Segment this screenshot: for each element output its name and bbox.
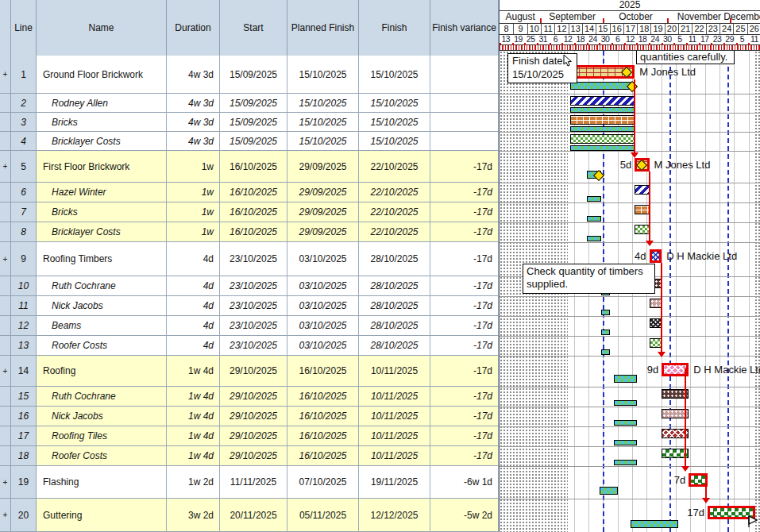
start-cell[interactable]: 15/09/2025 bbox=[220, 113, 287, 132]
gantt-bar-actual[interactable] bbox=[650, 299, 662, 308]
finish-cell[interactable]: 10/11/2025 bbox=[359, 446, 430, 466]
expand-toggle[interactable]: + bbox=[0, 499, 11, 532]
finish-cell[interactable]: 22/10/2025 bbox=[359, 183, 430, 202]
gantt-bar-actual[interactable] bbox=[570, 65, 635, 79]
start-cell[interactable]: 16/10/2025 bbox=[220, 222, 287, 242]
column-header-finish[interactable]: Finish bbox=[359, 0, 430, 56]
planned-finish-cell[interactable]: 29/09/2025 bbox=[287, 183, 359, 202]
finish-variance-cell[interactable]: -17d bbox=[430, 336, 499, 356]
column-header-start[interactable]: Start bbox=[220, 0, 287, 56]
start-cell[interactable]: 29/10/2025 bbox=[220, 426, 287, 446]
column-header-finish-variance[interactable]: Finish variance bbox=[430, 0, 499, 56]
start-cell[interactable]: 16/10/2025 bbox=[220, 202, 287, 222]
finish-variance-cell[interactable]: -17d bbox=[430, 202, 499, 222]
finish-cell[interactable]: 12/12/2025 bbox=[359, 499, 430, 532]
expand-toggle[interactable]: + bbox=[0, 56, 11, 94]
start-cell[interactable]: 23/10/2025 bbox=[220, 336, 287, 356]
duration-cell[interactable]: 1w 4d bbox=[167, 407, 220, 426]
planned-finish-cell[interactable]: 03/10/2025 bbox=[287, 336, 359, 356]
start-cell[interactable]: 23/10/2025 bbox=[220, 242, 287, 276]
gantt-bar-actual[interactable] bbox=[635, 205, 649, 214]
gantt-bar-baseline[interactable] bbox=[631, 520, 678, 528]
start-cell[interactable]: 29/10/2025 bbox=[220, 387, 287, 407]
gantt-bar-actual[interactable] bbox=[635, 185, 649, 195]
gantt-bar-baseline[interactable] bbox=[570, 107, 635, 113]
task-name-cell[interactable]: Ruth Cochrane bbox=[37, 276, 167, 296]
line-number[interactable]: 20 bbox=[11, 499, 37, 532]
duration-cell[interactable]: 4w 3d bbox=[167, 94, 220, 113]
line-number[interactable]: 3 bbox=[11, 113, 37, 132]
planned-finish-cell[interactable]: 15/10/2025 bbox=[287, 113, 359, 132]
finish-variance-cell[interactable]: -17d bbox=[430, 316, 499, 336]
finish-cell[interactable]: 10/11/2025 bbox=[359, 356, 430, 387]
task-name-cell[interactable]: Ground Floor Brickwork bbox=[37, 56, 167, 94]
finish-cell[interactable]: 22/10/2025 bbox=[359, 151, 430, 183]
gantt-bar-baseline[interactable] bbox=[601, 330, 609, 335]
task-name-cell[interactable]: Bricks bbox=[37, 202, 167, 222]
line-number[interactable]: 5 bbox=[11, 151, 37, 183]
start-cell[interactable]: 16/10/2025 bbox=[220, 151, 287, 183]
finish-cell[interactable]: 15/10/2025 bbox=[359, 113, 430, 132]
task-name-cell[interactable]: Bricklayer Costs bbox=[37, 132, 167, 151]
column-header-expand[interactable] bbox=[0, 0, 11, 56]
line-number[interactable]: 6 bbox=[11, 183, 37, 202]
finish-variance-cell[interactable]: -17d bbox=[430, 183, 499, 202]
expand-toggle[interactable] bbox=[0, 202, 11, 222]
finish-variance-cell[interactable] bbox=[430, 132, 499, 151]
finish-cell[interactable]: 28/10/2025 bbox=[359, 316, 430, 336]
gantt-bar-baseline[interactable] bbox=[614, 460, 637, 465]
task-name-cell[interactable]: Roofer Costs bbox=[37, 336, 167, 356]
line-number[interactable]: 18 bbox=[11, 446, 37, 466]
gantt-bar-actual[interactable] bbox=[635, 158, 649, 172]
finish-cell[interactable]: 15/10/2025 bbox=[359, 94, 430, 113]
finish-variance-cell[interactable]: -17d bbox=[430, 387, 499, 407]
task-name-cell[interactable]: Nick Jacobs bbox=[37, 407, 167, 426]
expand-toggle[interactable] bbox=[0, 446, 11, 466]
duration-cell[interactable]: 1w 4d bbox=[167, 426, 220, 446]
task-name-cell[interactable]: Guttering bbox=[37, 499, 167, 532]
expand-toggle[interactable] bbox=[0, 94, 11, 113]
expand-toggle[interactable] bbox=[0, 316, 11, 336]
duration-cell[interactable]: 1w 2d bbox=[167, 466, 220, 499]
finish-cell[interactable]: 10/11/2025 bbox=[359, 387, 430, 407]
start-cell[interactable]: 16/10/2025 bbox=[220, 183, 287, 202]
line-number[interactable]: 19 bbox=[11, 466, 37, 499]
planned-finish-cell[interactable]: 16/10/2025 bbox=[287, 356, 359, 387]
annotation-note[interactable]: quantities carefully. bbox=[636, 51, 735, 64]
expand-toggle[interactable] bbox=[0, 296, 11, 316]
gantt-bar-actual[interactable] bbox=[570, 96, 635, 106]
task-name-cell[interactable]: Hazel Winter bbox=[37, 183, 167, 202]
gantt-bar-baseline[interactable] bbox=[587, 171, 601, 179]
planned-finish-cell[interactable]: 29/09/2025 bbox=[287, 151, 359, 183]
finish-variance-cell[interactable] bbox=[430, 94, 499, 113]
finish-cell[interactable]: 28/10/2025 bbox=[359, 336, 430, 356]
finish-variance-cell[interactable]: -17d bbox=[430, 242, 499, 276]
duration-cell[interactable]: 4w 3d bbox=[167, 132, 220, 151]
duration-cell[interactable]: 4d bbox=[167, 242, 220, 276]
finish-cell[interactable]: 15/10/2025 bbox=[359, 132, 430, 151]
start-cell[interactable]: 29/10/2025 bbox=[220, 356, 287, 387]
finish-variance-cell[interactable]: -17d bbox=[430, 426, 499, 446]
planned-finish-cell[interactable]: 15/10/2025 bbox=[287, 94, 359, 113]
finish-cell[interactable]: 15/10/2025 bbox=[359, 56, 430, 94]
duration-cell[interactable]: 1w 4d bbox=[167, 356, 220, 387]
task-name-cell[interactable]: Flashing bbox=[37, 466, 167, 499]
expand-toggle[interactable] bbox=[0, 407, 11, 426]
task-name-cell[interactable]: Nick Jacobs bbox=[37, 296, 167, 316]
gantt-bar-baseline[interactable] bbox=[614, 420, 637, 426]
planned-finish-cell[interactable]: 03/10/2025 bbox=[287, 276, 359, 296]
start-cell[interactable]: 20/11/2025 bbox=[220, 499, 287, 532]
column-header-planned-finish[interactable]: Planned Finish bbox=[287, 0, 359, 56]
line-number[interactable]: 9 bbox=[11, 242, 37, 276]
line-number[interactable]: 14 bbox=[11, 356, 37, 387]
planned-finish-cell[interactable]: 29/09/2025 bbox=[287, 222, 359, 242]
gantt-bar-actual[interactable] bbox=[650, 318, 662, 328]
line-number[interactable]: 16 bbox=[11, 407, 37, 426]
duration-cell[interactable]: 1w bbox=[167, 202, 220, 222]
duration-cell[interactable]: 1w 4d bbox=[167, 446, 220, 466]
line-number[interactable]: 7 bbox=[11, 202, 37, 222]
finish-cell[interactable]: 10/11/2025 bbox=[359, 407, 430, 426]
gantt-bar-actual[interactable] bbox=[570, 115, 635, 125]
duration-cell[interactable]: 4d bbox=[167, 316, 220, 336]
task-name-cell[interactable]: Rodney Allen bbox=[37, 94, 167, 113]
